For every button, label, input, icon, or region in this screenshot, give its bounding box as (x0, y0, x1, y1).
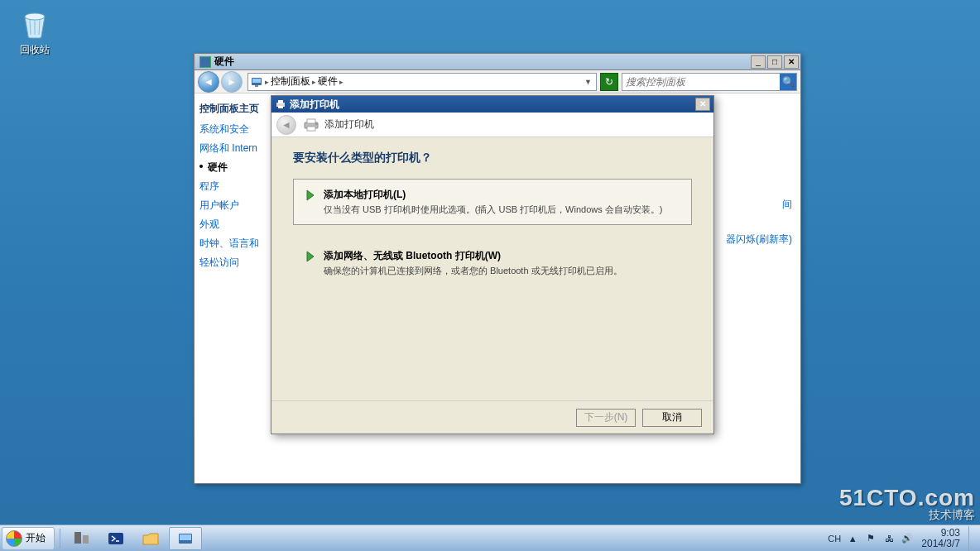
sep-icon: ▸ (339, 78, 343, 86)
breadcrumb-root[interactable]: 控制面板 (271, 74, 310, 89)
sidebar-heading[interactable]: 控制面板主页 (199, 102, 268, 116)
sidebar-item-system[interactable]: 系统和安全 (199, 122, 268, 137)
svg-rect-8 (307, 119, 315, 123)
tray-action-center-icon[interactable]: ⚑ (863, 531, 878, 546)
svg-rect-11 (74, 532, 81, 544)
option-network-title: 添加网络、无线或 Bluetooth 打印机(W) (324, 249, 622, 263)
arrow-right-icon (304, 249, 319, 264)
next-button: 下一步(N) (576, 409, 636, 427)
svg-rect-3 (255, 85, 258, 87)
watermark: 51CTO.com 技术博客 (839, 485, 975, 523)
dialog-question: 要安装什么类型的打印机？ (293, 151, 692, 165)
cp-title-icon (199, 56, 211, 68)
taskbar-control-panel[interactable] (169, 527, 202, 550)
sidebar-item-network[interactable]: 网络和 Intern (199, 141, 268, 156)
sep-icon: ▸ (265, 78, 269, 86)
dialog-title: 添加打印机 (290, 98, 694, 112)
start-label: 开始 (26, 531, 46, 545)
dialog-back-button: ◄ (276, 115, 296, 135)
show-desktop-button[interactable] (968, 526, 977, 551)
windows-orb-icon (6, 530, 22, 547)
arrow-right-icon (304, 188, 319, 203)
tray-date: 2014/3/7 (921, 539, 960, 549)
taskbar: 开始 CH ▲ ⚑ 🖧 🔊 9:03 2014/3/7 (0, 525, 980, 551)
svg-rect-9 (307, 127, 315, 131)
close-button[interactable]: ✕ (784, 55, 799, 69)
svg-rect-15 (180, 534, 191, 540)
recycle-bin-label: 回收站 (15, 43, 55, 57)
taskbar-powershell[interactable] (99, 527, 132, 550)
dialog-header: ◄ 添加打印机 (271, 113, 713, 137)
sidebar-item-clock[interactable]: 时钟、语言和 (199, 237, 268, 251)
svg-rect-2 (252, 79, 261, 83)
breadcrumb-dropdown-icon[interactable]: ▼ (584, 78, 592, 86)
cp-title: 硬件 (214, 55, 749, 69)
option-network-desc: 确保您的计算机已连接到网络，或者您的 Bluetooth 或无线打印机已启用。 (324, 265, 622, 277)
cp-icon (250, 75, 263, 89)
search-go-button[interactable]: 🔍 (780, 74, 796, 90)
dialog-footer: 下一步(N) 取消 (271, 400, 713, 434)
search-input[interactable] (622, 76, 780, 88)
dialog-body: 要安装什么类型的打印机？ 添加本地打印机(L) 仅当没有 USB 打印机时使用此… (271, 137, 713, 400)
sidebar-item-users[interactable]: 用户帐户 (199, 199, 268, 213)
svg-point-0 (25, 13, 45, 20)
option-local-desc: 仅当没有 USB 打印机时使用此选项。(插入 USB 打印机后，Windows … (324, 204, 662, 216)
sidebar-item-programs[interactable]: 程序 (199, 180, 268, 194)
add-printer-dialog: 添加打印机 ✕ ◄ 添加打印机 要安装什么类型的打印机？ 添加本地打印机(L) … (271, 95, 714, 434)
nav-back-button[interactable]: ◄ (198, 71, 219, 93)
svg-rect-12 (83, 535, 89, 544)
dialog-close-button[interactable]: ✕ (695, 98, 710, 111)
dialog-titlebar[interactable]: 添加打印机 ✕ (271, 96, 713, 113)
breadcrumb[interactable]: ▸ 控制面板 ▸ 硬件 ▸ ▼ (247, 73, 597, 91)
sidebar-item-hardware[interactable]: 硬件 (199, 161, 268, 175)
start-button[interactable]: 开始 (2, 527, 55, 550)
recycle-bin-icon (18, 7, 51, 40)
minimize-button[interactable]: _ (751, 55, 766, 69)
option-local-title: 添加本地打印机(L) (324, 188, 662, 202)
svg-rect-6 (278, 106, 283, 108)
recycle-bin[interactable]: 回收站 (15, 7, 55, 57)
option-network-printer[interactable]: 添加网络、无线或 Bluetooth 打印机(W) 确保您的计算机已连接到网络，… (293, 240, 692, 286)
sidebar-item-appearance[interactable]: 外观 (199, 218, 268, 232)
nav-forward-button[interactable]: ► (221, 71, 243, 93)
refresh-button[interactable]: ↻ (600, 73, 618, 91)
option-local-printer[interactable]: 添加本地打印机(L) 仅当没有 USB 打印机时使用此选项。(插入 USB 打印… (293, 179, 692, 225)
printer-icon (303, 117, 319, 132)
cp-sidebar: 控制面板主页 系统和安全 网络和 Intern 硬件 程序 用户帐户 外观 时钟… (195, 93, 273, 483)
svg-rect-5 (278, 100, 283, 103)
tray-clock[interactable]: 9:03 2014/3/7 (921, 528, 960, 549)
tray-time: 9:03 (921, 528, 960, 539)
taskbar-explorer[interactable] (134, 527, 167, 550)
tray-network-icon[interactable]: 🖧 (882, 531, 896, 546)
taskbar-separator (60, 529, 60, 549)
taskbar-server-manager[interactable] (65, 527, 98, 550)
cancel-button[interactable]: 取消 (642, 409, 702, 427)
maximize-button[interactable]: □ (767, 55, 782, 69)
sidebar-item-ease[interactable]: 轻松访问 (199, 256, 268, 270)
system-tray: CH ▲ ⚑ 🖧 🔊 9:03 2014/3/7 (822, 525, 980, 551)
dialog-header-text: 添加打印机 (324, 117, 374, 132)
language-indicator[interactable]: CH (827, 531, 842, 546)
tray-up-icon[interactable]: ▲ (845, 531, 860, 546)
cp-main-peek1[interactable]: 间 (782, 198, 792, 212)
cp-navbar: ◄ ► ▸ 控制面板 ▸ 硬件 ▸ ▼ ↻ 🔍 (195, 70, 800, 93)
search-box: 🔍 (622, 73, 797, 91)
breadcrumb-leaf[interactable]: 硬件 (318, 74, 338, 89)
printer-title-icon (275, 98, 286, 110)
cp-main-peek2[interactable]: 器闪烁(刷新率) (726, 232, 792, 247)
svg-point-10 (315, 123, 317, 125)
sep-icon: ▸ (312, 78, 316, 86)
tray-volume-icon[interactable]: 🔊 (900, 531, 915, 546)
cp-titlebar[interactable]: 硬件 _ □ ✕ (195, 54, 800, 70)
